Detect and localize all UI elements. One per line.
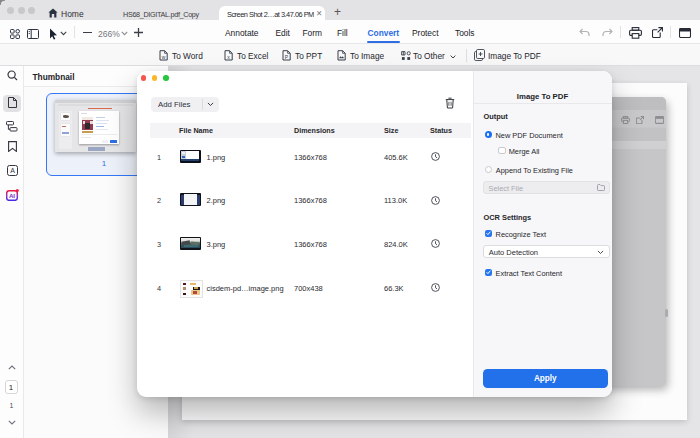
svg-text:P: P xyxy=(285,54,289,60)
svg-text:w: w xyxy=(162,54,166,60)
svg-text:x: x xyxy=(227,54,230,60)
svg-text:AI: AI xyxy=(9,192,15,199)
svg-text:A: A xyxy=(10,167,15,174)
